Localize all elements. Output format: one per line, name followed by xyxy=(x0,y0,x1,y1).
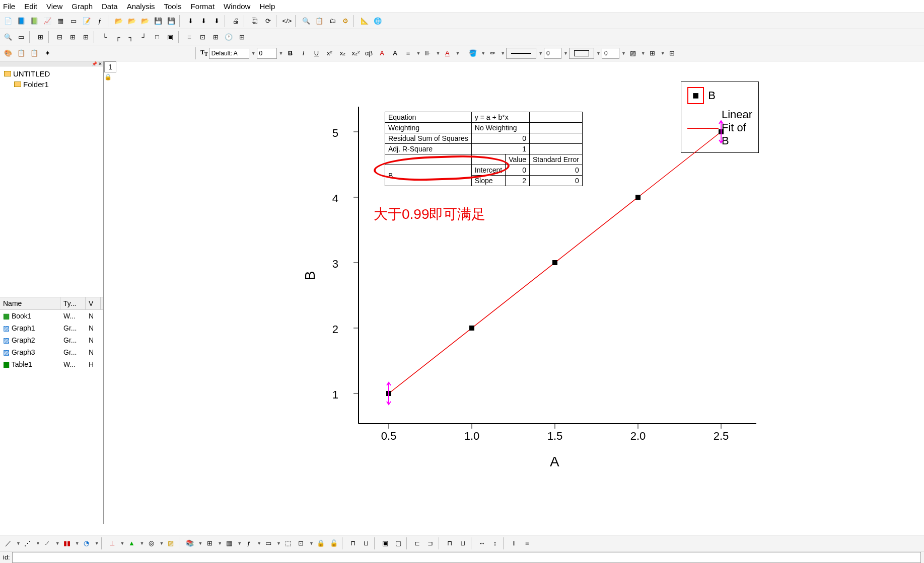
template-lib-icon[interactable]: 📚 xyxy=(184,537,196,549)
line-symbol-icon[interactable]: ⟋ xyxy=(41,537,53,549)
font-color-icon[interactable]: A xyxy=(441,47,453,59)
back-icon[interactable]: ▢ xyxy=(392,537,404,549)
menu-window[interactable]: Window xyxy=(224,2,250,11)
menu-file[interactable]: File xyxy=(3,2,15,11)
menu-view[interactable]: View xyxy=(46,2,62,11)
group-icon[interactable]: ⊓ xyxy=(347,537,359,549)
chevron-down-icon[interactable]: ▼ xyxy=(276,541,281,546)
list-item-graph1[interactable]: ▨ Graph1Gr...N xyxy=(0,322,103,334)
list-item-graph2[interactable]: ▨ Graph2Gr...N xyxy=(0,334,103,346)
graph-canvas[interactable]: ■ B ——— Linear Fit of B Equationy = a + … xyxy=(122,61,751,563)
chevron-down-icon[interactable]: ▼ xyxy=(16,541,21,546)
chevron-down-icon[interactable]: ▼ xyxy=(95,541,99,546)
chevron-down-icon[interactable]: ▼ xyxy=(661,51,665,56)
merge-icon[interactable]: ⊟ xyxy=(53,31,65,43)
chevron-down-icon[interactable]: ▼ xyxy=(501,51,505,56)
xy-scale-icon[interactable]: ⊞ xyxy=(209,31,222,43)
menu-analysis[interactable]: Analysis xyxy=(127,2,155,11)
column-plot-icon[interactable]: ▮▮ xyxy=(61,537,73,549)
menu-format[interactable]: Format xyxy=(191,2,215,11)
open-icon[interactable]: 📂 xyxy=(113,15,125,27)
chevron-down-icon[interactable]: ▼ xyxy=(621,51,626,56)
table-icon[interactable]: ⊞ xyxy=(666,47,678,59)
chevron-down-icon[interactable]: ▼ xyxy=(237,541,242,546)
new-graph-icon[interactable]: 📈 xyxy=(41,15,53,27)
axis-left-icon[interactable]: ┌ xyxy=(112,31,124,43)
list-item-graph3[interactable]: ▨ Graph3Gr...N xyxy=(0,346,103,358)
layer-tab-1[interactable]: 1 xyxy=(104,61,116,72)
surface-plot-icon[interactable]: ▨ xyxy=(165,537,177,549)
new-excel-icon[interactable]: 📗 xyxy=(28,15,40,27)
align-right-icon[interactable]: ⊐ xyxy=(424,537,437,549)
unlock-layer-icon[interactable]: 🔓 xyxy=(328,537,340,549)
copy-format-icon[interactable]: 📋 xyxy=(15,47,27,59)
chevron-down-icon[interactable]: ▼ xyxy=(436,51,440,56)
lock-icon[interactable]: 🔒 xyxy=(104,73,112,81)
new-workbook-icon[interactable]: 📘 xyxy=(15,15,27,27)
chevron-down-icon[interactable]: ▼ xyxy=(563,51,568,56)
line-plot-icon[interactable]: ／ xyxy=(2,537,14,549)
zoom-icon[interactable]: 🔍 xyxy=(300,15,312,27)
chevron-down-icon[interactable]: ▼ xyxy=(218,541,222,546)
menu-help[interactable]: Help xyxy=(259,2,275,11)
worksheet-icon[interactable]: ⊞ xyxy=(203,537,216,549)
chevron-down-icon[interactable]: ▼ xyxy=(309,541,314,546)
add-layer-icon[interactable]: ▭ xyxy=(15,31,27,43)
add-clock-icon[interactable]: 🕐 xyxy=(223,31,235,43)
border-width-input[interactable] xyxy=(602,48,619,59)
superscript-icon[interactable]: x² xyxy=(324,47,336,59)
digitize-icon[interactable]: 📐 xyxy=(359,15,371,27)
theme-color-icon[interactable]: 🎨 xyxy=(2,47,14,59)
line-spacing-icon[interactable]: ⊪ xyxy=(421,47,434,59)
roi-icon[interactable]: ⊡ xyxy=(295,537,307,549)
font-decrease-icon[interactable]: A xyxy=(389,47,401,59)
results-log-icon[interactable]: 📋 xyxy=(313,15,325,27)
chevron-down-icon[interactable]: ▼ xyxy=(641,51,646,56)
chevron-down-icon[interactable]: ▼ xyxy=(120,541,125,546)
menu-graph[interactable]: Graph xyxy=(72,2,93,11)
underline-icon[interactable]: U xyxy=(311,47,323,59)
chevron-down-icon[interactable]: ▼ xyxy=(416,51,421,56)
recalculate-icon[interactable]: ⚙ xyxy=(339,15,351,27)
menu-edit[interactable]: Edit xyxy=(24,2,37,11)
new-function-icon[interactable]: ƒ xyxy=(94,15,106,27)
panel-4-icon[interactable]: ⊞ xyxy=(80,31,92,43)
scatter-plot-icon[interactable]: ⋰ xyxy=(22,537,34,549)
date-time-icon[interactable]: ⊡ xyxy=(196,31,208,43)
line-style-select[interactable] xyxy=(506,48,536,59)
supersub-icon[interactable]: x₂² xyxy=(350,47,362,59)
gridlines-icon[interactable]: ⊞ xyxy=(647,47,659,59)
paste-format-icon[interactable]: 📋 xyxy=(28,47,40,59)
chevron-down-icon[interactable]: ▼ xyxy=(251,51,256,56)
legend-icon[interactable]: ≡ xyxy=(183,31,195,43)
panel-2-icon[interactable]: ⊞ xyxy=(66,31,79,43)
chevron-down-icon[interactable]: ▼ xyxy=(140,541,145,546)
open-template-icon[interactable]: 📂 xyxy=(126,15,138,27)
save-template-icon[interactable]: 💾 xyxy=(165,15,177,27)
tree-root-untitled[interactable]: UNTITLED xyxy=(2,68,101,79)
font-family-select[interactable] xyxy=(209,48,249,59)
distribute-v-icon[interactable]: ≡ xyxy=(521,537,533,549)
graph-window[interactable]: 1 🔒 ■ B ——— Linear Fit of B Equationy = … xyxy=(104,61,924,524)
matrix-plot-icon[interactable]: ▦ xyxy=(223,537,235,549)
pin-icon[interactable]: 📌 xyxy=(92,61,97,66)
open-excel-icon[interactable]: 📂 xyxy=(139,15,151,27)
chevron-down-icon[interactable]: ▼ xyxy=(75,541,80,546)
tree-folder1[interactable]: Folder1 xyxy=(2,79,101,90)
col-type[interactable]: Ty... xyxy=(60,297,86,309)
chevron-down-icon[interactable]: ▼ xyxy=(481,51,485,56)
axis-all-icon[interactable]: ▣ xyxy=(164,31,176,43)
duplicate-icon[interactable]: ⿻ xyxy=(249,15,261,27)
align-bottom-icon[interactable]: ⊔ xyxy=(457,537,469,549)
new-project-icon[interactable]: 📄 xyxy=(2,15,14,27)
save-icon[interactable]: 💾 xyxy=(152,15,164,27)
chevron-down-icon[interactable]: ▼ xyxy=(55,541,60,546)
font-size-input[interactable] xyxy=(257,48,277,59)
align-top-icon[interactable]: ⊓ xyxy=(444,537,456,549)
list-item-book1[interactable]: ▦ Book1W...N xyxy=(0,310,103,322)
bold-icon[interactable]: B xyxy=(285,47,297,59)
axis-right-icon[interactable]: ┘ xyxy=(138,31,150,43)
mask-icon[interactable]: ▭ xyxy=(262,537,274,549)
align-left-icon[interactable]: ⊏ xyxy=(411,537,423,549)
chevron-down-icon[interactable]: ▼ xyxy=(257,541,261,546)
